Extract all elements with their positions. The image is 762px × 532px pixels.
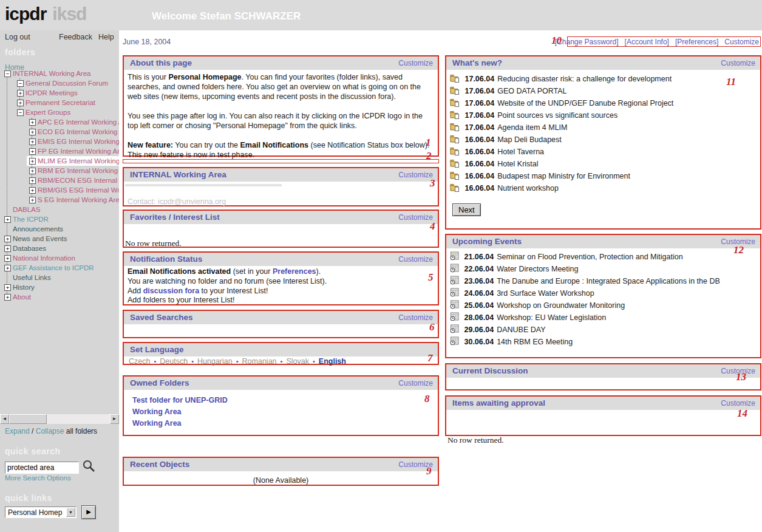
tree-collapse-icon[interactable]: − [4,70,11,77]
tree-item-label[interactable]: About [13,292,31,302]
tree-item-label[interactable]: FP EG Internal Working Area [38,146,119,156]
tree-item-label[interactable]: EMIS EG Internal Working Area [38,137,119,146]
tree-item-label[interactable]: GEF Assistance to ICPDR [13,263,94,273]
language-option[interactable]: Deutsch [160,357,188,366]
search-input[interactable] [5,462,79,474]
item-title[interactable]: Point sources vs significant sources [497,111,617,120]
feed-item[interactable]: 28.06.04Workshop: EU Water Legislation [449,312,760,324]
tree-item[interactable]: +National Information [0,253,119,263]
tree-expand-icon[interactable]: + [29,197,36,203]
collapse-link[interactable]: Collapse [36,427,64,435]
item-title[interactable]: Workshop on Groundwater Monitoring [497,301,625,310]
tree-item[interactable]: −INTERNAL Working Area [0,69,119,78]
item-title[interactable]: Budapest map Ministry for Environment [497,172,630,180]
quick-links-go-button[interactable]: ▶ [81,505,96,519]
tree-collapse-icon[interactable]: − [17,80,24,87]
tree-item[interactable]: DABLAS [0,205,119,214]
tree-item[interactable]: +Permanent Secretariat [0,98,119,107]
tree-item-label[interactable]: History [13,282,35,292]
chevron-down-icon[interactable]: ▼ [66,508,75,517]
item-title[interactable]: Hotel Taverna [497,148,544,156]
tree-expand-icon[interactable]: + [29,119,36,126]
tree-expand-icon[interactable]: + [4,245,11,252]
tree-expand-icon[interactable]: + [4,216,11,223]
feed-item[interactable]: 17.06.04Agenda item 4 MLIM [449,121,760,134]
tree-item-label[interactable]: INTERNAL Working Area [13,69,90,78]
tree-item-label[interactable]: RBM/ECON ESG Internal Working [38,176,119,185]
customize-link[interactable]: Customize [398,255,433,264]
tree-item-label[interactable]: MLIM EG Internal Working Area [38,156,119,166]
feed-item[interactable]: 16.06.04Hotel Taverna [449,146,760,158]
tree-item-label[interactable]: News and Events [13,234,67,244]
tree-item[interactable]: +EMIS EG Internal Working Area [0,137,119,146]
tree-item[interactable]: +FP EG Internal Working Area [0,146,119,156]
quick-links-select[interactable]: Personal Homep ▼ [5,506,77,518]
inline-link[interactable]: Preferences [273,267,316,276]
tree-item[interactable]: +MLIM EG Internal Working Area [0,156,119,166]
account-link[interactable]: [Account Info] [625,38,669,46]
next-button[interactable]: Next [452,203,481,216]
logout-link[interactable]: Log out [5,33,30,41]
tree-item[interactable]: +Databases [0,244,119,253]
tree-item[interactable]: +ICPDR Meetings [0,88,119,98]
tree-item-label[interactable]: Announcements [13,224,63,234]
tree-item[interactable]: +RBM/GIS ESG Internal Working [0,185,119,195]
item-title[interactable]: 3rd Surface Water Workshop [497,289,594,298]
scroll-left-arrow-icon[interactable]: ◄ [0,414,9,424]
account-link[interactable]: [Preferences] [675,38,718,46]
tree-item-label[interactable]: The ICPDR [13,214,49,224]
tree-item-label[interactable]: ICPDR Meetings [26,88,78,98]
tree-item[interactable]: Useful Links [0,273,119,282]
tree-item-label[interactable]: ECO EG Internal Working Area [38,127,119,137]
item-title[interactable]: Workshop: EU Water Legislation [497,313,606,322]
customize-link[interactable]: Customize [721,59,755,67]
expand-link[interactable]: Expand [5,427,30,435]
feed-item[interactable]: 22.06.04Water Directors Meeting [449,263,760,275]
tree-item-label[interactable]: S EG Internal Working Area [38,195,119,205]
tree-expand-icon[interactable]: + [4,294,11,301]
tree-item[interactable]: −General Discussion Forum [0,78,119,88]
language-option[interactable]: Czech [129,357,150,366]
item-title[interactable]: The Danube and Europe : Integrated Space… [497,277,720,285]
tree-item[interactable]: +The ICPDR [0,214,119,224]
tree-item[interactable]: +ECO EG Internal Working Area [0,127,119,137]
item-title[interactable]: Water Directors Meeting [497,265,578,273]
tree-expand-icon[interactable]: + [4,284,11,291]
feed-item[interactable]: 16.06.04Nutrient workshop [449,182,760,194]
feedback-link[interactable]: Feedback [59,33,92,41]
owned-folder-link[interactable]: Test folder for UNEP-GRID [132,395,438,406]
tree-item[interactable]: +History [0,282,119,292]
tree-expand-icon[interactable]: + [29,158,36,165]
language-option[interactable]: Slovak [286,357,309,366]
tree-horizontal-scrollbar[interactable]: ◄ ► [0,414,119,424]
feed-item[interactable]: 29.06.04DANUBE DAY [449,324,760,336]
tree-expand-icon[interactable]: + [17,100,24,106]
tree-item-label[interactable]: APC EG Internal Working Area [38,117,119,127]
tree-item-label[interactable]: Useful Links [13,273,51,282]
language-option[interactable]: Romanian [242,357,277,366]
tree-item[interactable]: +RBM EG Internal Working Area [0,166,119,176]
feed-item[interactable]: 16.06.04Map Deli Budapest [449,134,760,146]
feed-item[interactable]: 17.06.04Reducing disaster risk: a challe… [449,73,760,85]
tree-collapse-icon[interactable]: − [17,109,24,116]
icpdr-logo[interactable]: icpdriksd [5,4,86,24]
feed-item[interactable]: 21.06.04Seminar on Flood Prevention, Pro… [449,251,760,263]
customize-link[interactable]: Customize [398,171,433,179]
tree-item[interactable]: +About [0,292,119,302]
tree-expand-icon[interactable]: + [29,129,36,135]
scroll-right-arrow-icon[interactable]: ► [110,414,119,424]
tree-expand-icon[interactable]: + [4,255,11,262]
customize-link[interactable]: Customize [398,213,433,222]
tree-item-label[interactable]: RBM/GIS ESG Internal Working [38,185,119,195]
scrollbar-thumb[interactable] [9,414,47,424]
feed-item[interactable]: 23.06.04The Danube and Europe : Integrat… [449,275,760,287]
tree-item-label[interactable]: DABLAS [13,205,40,214]
item-title[interactable]: Map Deli Budapest [497,135,562,144]
tree-item[interactable]: Announcements [0,224,119,234]
tree-item-label[interactable]: National Information [13,253,75,263]
feed-item[interactable]: 16.06.04Budapest map Ministry for Enviro… [449,170,760,182]
search-icon[interactable] [81,459,96,474]
tree-item-label[interactable]: General Discussion Forum [26,78,108,88]
owned-folder-link[interactable]: Working Area [132,406,438,418]
more-search-options-link[interactable]: More Search Options [5,474,71,482]
